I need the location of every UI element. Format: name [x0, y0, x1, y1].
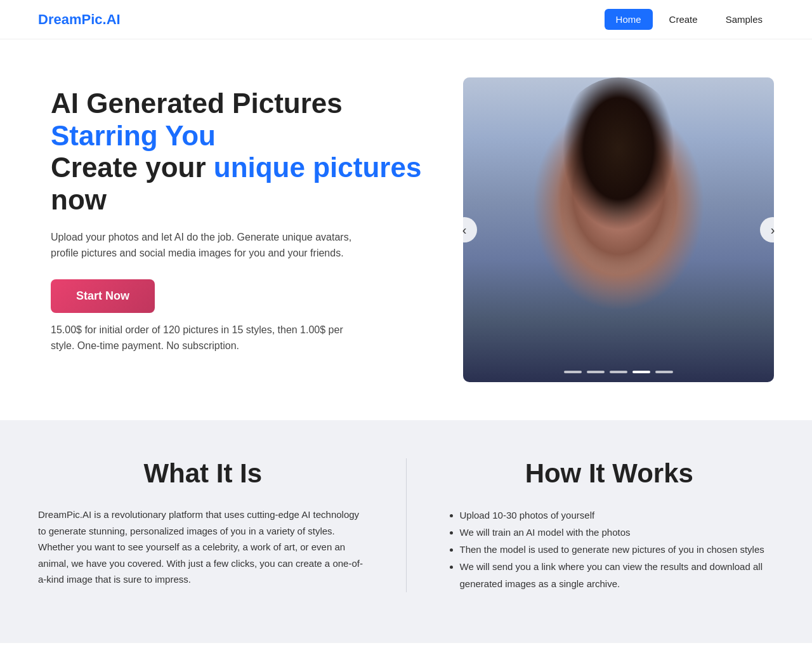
- dot-5[interactable]: [655, 371, 673, 373]
- logo: DreamPic.AI: [38, 11, 121, 28]
- logo-ai: .AI: [103, 11, 121, 27]
- nav-links: Home Create Samples: [605, 9, 774, 30]
- how-it-works-step-2: We will train an AI model with the photo…: [460, 524, 775, 541]
- logo-pic: Pic: [81, 11, 102, 27]
- hero-heading-line2: Starring You: [51, 120, 216, 151]
- dot-2[interactable]: [587, 371, 605, 373]
- how-it-works-step-4: We will send you a link where you can vi…: [460, 558, 775, 592]
- carousel-prev-button[interactable]: ‹: [452, 217, 477, 242]
- hero-heading: AI Generated Pictures Starring You Creat…: [51, 88, 438, 216]
- navbar: DreamPic.AI Home Create Samples: [0, 0, 812, 39]
- logo-dream: Dream: [38, 11, 81, 27]
- column-divider: [406, 458, 407, 592]
- hero-description: Upload your photos and let AI do the job…: [51, 229, 355, 262]
- carousel-next-button[interactable]: ›: [760, 217, 785, 242]
- dot-4[interactable]: [632, 371, 650, 373]
- hero-heading-line3-start: Create your: [51, 152, 214, 183]
- what-it-is-heading: What It Is: [38, 458, 368, 489]
- how-it-works-column: How It Works Upload 10-30 photos of your…: [445, 458, 775, 592]
- start-now-button[interactable]: Start Now: [51, 279, 155, 313]
- carousel-dots: [564, 371, 673, 373]
- hero-heading-line1: AI Generated Pictures: [51, 88, 343, 119]
- carousel-container: [463, 77, 774, 382]
- what-it-is-column: What It Is DreamPic.AI is a revolutionar…: [38, 458, 368, 592]
- how-it-works-step-1: Upload 10-30 photos of yourself: [460, 507, 775, 524]
- how-it-works-list: Upload 10-30 photos of yourself We will …: [445, 507, 775, 592]
- dot-1[interactable]: [564, 371, 582, 373]
- price-note: 15.00$ for initial order of 120 pictures…: [51, 322, 355, 354]
- how-it-works-step-3: Then the model is used to generate new p…: [460, 541, 775, 558]
- dot-3[interactable]: [610, 371, 627, 373]
- hero-section: AI Generated Pictures Starring You Creat…: [0, 39, 812, 420]
- nav-home[interactable]: Home: [605, 9, 653, 30]
- bottom-section: What It Is DreamPic.AI is a revolutionar…: [0, 420, 812, 643]
- nav-samples[interactable]: Samples: [714, 9, 774, 30]
- hero-text: AI Generated Pictures Starring You Creat…: [51, 88, 438, 372]
- how-it-works-heading: How It Works: [445, 458, 775, 489]
- nav-create[interactable]: Create: [658, 9, 709, 30]
- hero-heading-line3-blue: unique pictures: [214, 152, 422, 183]
- what-it-is-body: DreamPic.AI is a revolutionary platform …: [38, 507, 368, 588]
- carousel-image: [463, 77, 774, 382]
- hero-carousel: ‹ ›: [463, 77, 774, 382]
- hero-heading-line3-end: now: [51, 184, 107, 215]
